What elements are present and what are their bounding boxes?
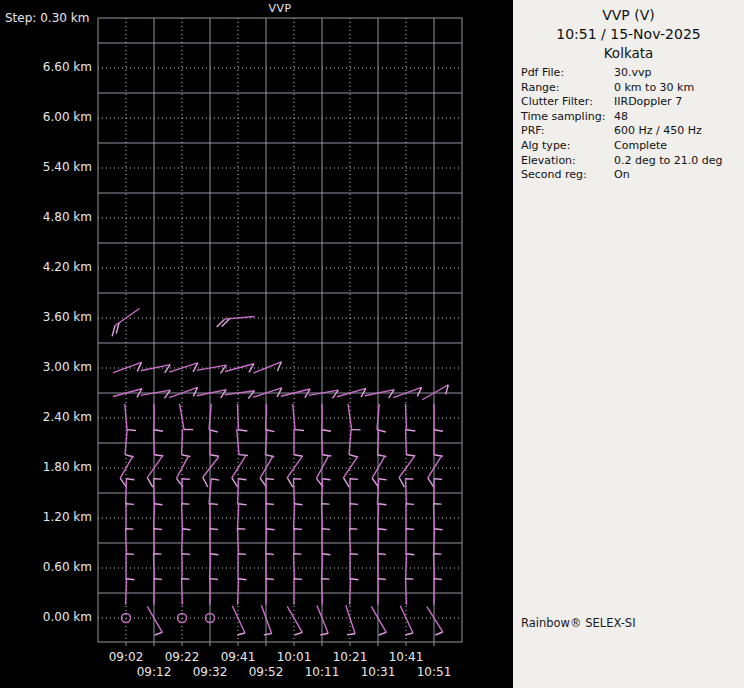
field-label: Elevation: xyxy=(521,154,614,169)
barb-feather xyxy=(406,455,415,456)
field-value: IIRDoppler 7 xyxy=(614,95,739,110)
barb-staff xyxy=(287,606,302,632)
field-value: 0.2 deg to 21.0 deg xyxy=(614,154,739,169)
wind-barb xyxy=(225,364,254,373)
barb-feather xyxy=(434,529,442,530)
barb-staff xyxy=(378,504,379,530)
wind-barb xyxy=(322,554,331,580)
barb-staff xyxy=(434,529,435,555)
barb-staff xyxy=(203,457,219,477)
info-panel: VVP (V) 10:51 / 15-Nov-2025 Kolkata Pdf … xyxy=(513,0,744,688)
barb-staff xyxy=(427,607,443,632)
barb-feather xyxy=(182,479,190,480)
barb-staff xyxy=(372,456,385,479)
field-value: 600 Hz / 450 Hz xyxy=(614,124,739,139)
barb-feather xyxy=(434,479,442,480)
wind-barb xyxy=(253,362,281,373)
wind-barb xyxy=(406,404,416,431)
wind-barb xyxy=(182,504,190,530)
barb-feather xyxy=(406,430,415,431)
wind-barb xyxy=(169,387,197,397)
barb-staff xyxy=(371,606,386,632)
wind-barb xyxy=(294,479,302,505)
barb-feather xyxy=(350,479,358,480)
barb-staff xyxy=(180,404,185,430)
barb-feather xyxy=(379,632,387,635)
wind-barb xyxy=(294,529,302,555)
wind-barb xyxy=(238,554,246,580)
wind-barb xyxy=(317,605,328,634)
wind-barb xyxy=(225,391,255,399)
panel-header: VVP (V) 10:51 / 15-Nov-2025 Kolkata xyxy=(513,6,744,63)
wind-barb xyxy=(180,404,194,430)
barb-feather xyxy=(295,632,303,635)
wind-barb xyxy=(210,504,218,530)
y-axis-label: 3.00 km xyxy=(0,360,92,374)
wind-barb xyxy=(154,504,163,530)
barb-feather xyxy=(210,579,218,580)
x-axis-label: 09:22 xyxy=(159,650,205,664)
wind-barb xyxy=(197,365,227,373)
brand-label: Rainbow® SELEX-SI xyxy=(521,616,636,630)
wind-barb xyxy=(406,554,415,580)
field-label: Time sampling: xyxy=(521,110,614,125)
wind-barb xyxy=(237,429,248,456)
field-value: 30.vvp xyxy=(614,66,739,81)
barb-feather xyxy=(294,579,302,580)
wind-barb xyxy=(350,529,358,555)
wind-barb xyxy=(365,390,394,398)
barb-staff xyxy=(406,479,407,505)
barb-staff xyxy=(154,479,155,505)
barb-staff xyxy=(125,404,127,430)
barb-staff xyxy=(238,579,239,605)
barb-staff xyxy=(322,554,323,580)
field-label: Pdf File: xyxy=(521,66,614,81)
wind-barb xyxy=(238,579,247,605)
barb-feather xyxy=(343,478,349,487)
barb-feather xyxy=(322,430,331,432)
field-label: Clutter Filter: xyxy=(521,95,614,110)
wind-barb xyxy=(350,479,358,505)
barb-staff xyxy=(406,404,407,430)
wind-barb xyxy=(434,504,442,530)
barb-feather xyxy=(405,633,413,635)
wind-barb xyxy=(126,529,134,555)
wind-barb xyxy=(261,605,271,635)
wind-barb xyxy=(182,579,190,605)
wind-barb xyxy=(309,390,339,398)
barb-staff xyxy=(210,554,211,580)
barb-staff xyxy=(238,479,239,505)
barb-feather xyxy=(232,478,238,487)
wind-barb xyxy=(377,479,386,505)
wind-barb xyxy=(169,363,198,372)
wind-barb xyxy=(113,362,141,372)
y-axis-label: 1.80 km xyxy=(0,460,92,474)
barb-staff xyxy=(406,429,407,455)
plot-region: VVP Step: 0.30 km 6.60 km6.00 km5.40 km4… xyxy=(0,0,513,688)
wind-barb xyxy=(322,429,332,456)
y-axis-label: 2.40 km xyxy=(0,410,92,424)
x-axis-label: 10:21 xyxy=(327,650,373,664)
barb-staff xyxy=(232,606,245,633)
barb-staff xyxy=(154,504,155,530)
barb-staff xyxy=(266,404,267,430)
panel-field-row: Pdf File:30.vvp xyxy=(521,66,739,81)
barb-feather xyxy=(434,579,442,580)
wind-barb xyxy=(322,479,331,505)
wind-barb xyxy=(378,579,386,605)
wind-barb xyxy=(126,479,135,505)
panel-field-row: Time sampling:48 xyxy=(521,110,739,125)
barb-feather xyxy=(238,579,246,580)
wind-barb xyxy=(294,429,303,457)
wind-barb xyxy=(209,479,219,505)
wind-barb xyxy=(266,504,274,530)
wind-barb xyxy=(126,579,135,605)
wind-barb xyxy=(210,529,218,555)
barb-feather xyxy=(322,529,330,530)
wind-barb xyxy=(294,554,302,580)
barb-feather xyxy=(350,554,358,555)
barb-feather xyxy=(264,634,272,635)
wind-barb xyxy=(266,479,274,505)
barb-staff xyxy=(126,579,127,605)
x-axis-label: 10:11 xyxy=(299,665,345,679)
